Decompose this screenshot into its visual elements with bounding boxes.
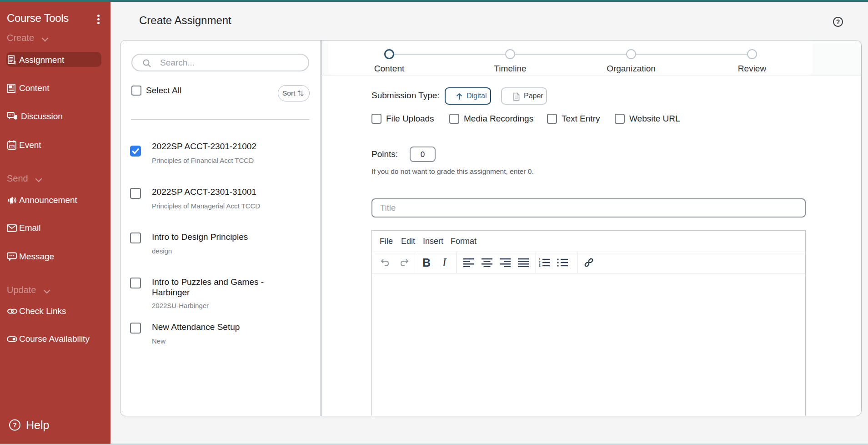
svg-text:?: ? [836, 18, 840, 25]
svg-text:?: ? [13, 421, 17, 429]
svg-text:1: 1 [539, 258, 541, 261]
svg-text:10: 10 [10, 145, 14, 148]
svg-text:2: 2 [539, 261, 541, 264]
svg-text:3: 3 [539, 264, 541, 267]
